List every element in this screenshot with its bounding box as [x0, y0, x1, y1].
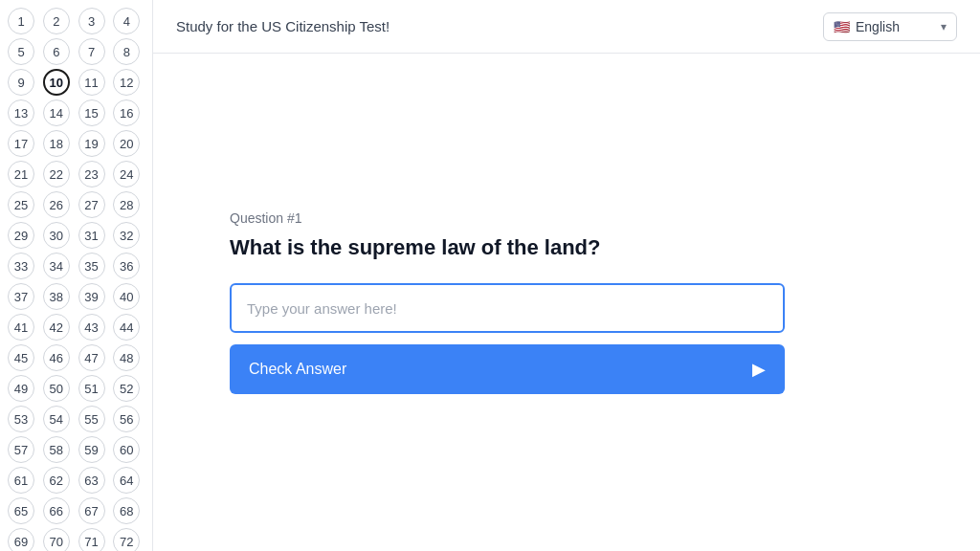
question-number-btn[interactable]: 19 — [78, 130, 105, 157]
question-number-btn[interactable]: 29 — [8, 222, 34, 249]
question-number-btn[interactable]: 39 — [78, 283, 105, 310]
question-number-btn[interactable]: 50 — [43, 375, 70, 402]
question-number-btn[interactable]: 71 — [78, 528, 105, 551]
question-sidebar: 1234567891011121314151617181920212223242… — [0, 0, 153, 551]
question-number-btn[interactable]: 15 — [78, 99, 105, 126]
question-number-btn[interactable]: 43 — [78, 314, 105, 341]
question-number-btn[interactable]: 10 — [43, 69, 70, 96]
question-number-btn[interactable]: 54 — [43, 406, 70, 432]
question-number-btn[interactable]: 17 — [8, 130, 34, 157]
answer-input[interactable] — [230, 283, 785, 333]
question-number-btn[interactable]: 33 — [8, 253, 34, 279]
question-number-btn[interactable]: 53 — [8, 406, 34, 432]
question-number-btn[interactable]: 25 — [8, 191, 34, 218]
chevron-down-icon: ▾ — [941, 20, 947, 33]
question-number-btn[interactable]: 12 — [113, 69, 140, 96]
question-number-btn[interactable]: 66 — [43, 497, 70, 524]
question-number-btn[interactable]: 18 — [43, 130, 70, 157]
question-number-btn[interactable]: 68 — [113, 497, 140, 524]
question-number-btn[interactable]: 63 — [78, 467, 105, 494]
question-number-btn[interactable]: 35 — [78, 253, 105, 279]
question-number-btn[interactable]: 32 — [113, 222, 140, 249]
question-number-btn[interactable]: 28 — [113, 191, 140, 218]
question-number-btn[interactable]: 24 — [113, 161, 140, 187]
question-number-btn[interactable]: 27 — [78, 191, 105, 218]
question-number-btn[interactable]: 46 — [43, 344, 70, 371]
question-number-btn[interactable]: 2 — [43, 8, 70, 34]
question-number-btn[interactable]: 58 — [43, 436, 70, 463]
question-number-btn[interactable]: 65 — [8, 497, 34, 524]
question-number-btn[interactable]: 56 — [113, 406, 140, 432]
play-icon: ▶ — [752, 359, 766, 380]
question-number-btn[interactable]: 5 — [8, 38, 34, 65]
question-number-btn[interactable]: 9 — [8, 69, 34, 96]
main-content: Study for the US Citizenship Test! 🇺🇸 En… — [153, 0, 980, 551]
question-label: Question #1 — [230, 210, 302, 226]
question-number-btn[interactable]: 34 — [43, 253, 70, 279]
question-number-btn[interactable]: 26 — [43, 191, 70, 218]
question-number-btn[interactable]: 8 — [113, 38, 140, 65]
question-number-btn[interactable]: 11 — [78, 69, 105, 96]
question-number-btn[interactable]: 62 — [43, 467, 70, 494]
check-answer-button[interactable]: Check Answer ▶ — [230, 344, 785, 394]
question-number-btn[interactable]: 64 — [113, 467, 140, 494]
question-number-btn[interactable]: 40 — [113, 283, 140, 310]
question-number-btn[interactable]: 7 — [78, 38, 105, 65]
question-number-btn[interactable]: 4 — [113, 8, 140, 34]
question-number-btn[interactable]: 1 — [8, 8, 34, 34]
question-number-btn[interactable]: 6 — [43, 38, 70, 65]
question-number-btn[interactable]: 38 — [43, 283, 70, 310]
question-number-btn[interactable]: 3 — [78, 8, 105, 34]
question-number-btn[interactable]: 37 — [8, 283, 34, 310]
question-number-btn[interactable]: 59 — [78, 436, 105, 463]
question-number-btn[interactable]: 20 — [113, 130, 140, 157]
question-content: Question #1 What is the supreme law of t… — [153, 54, 980, 551]
question-number-btn[interactable]: 48 — [113, 344, 140, 371]
question-text: What is the supreme law of the land? — [230, 235, 601, 260]
question-number-btn[interactable]: 41 — [8, 314, 34, 341]
question-number-btn[interactable]: 42 — [43, 314, 70, 341]
question-number-btn[interactable]: 51 — [78, 375, 105, 402]
check-answer-label: Check Answer — [249, 361, 346, 378]
flag-icon: 🇺🇸 — [834, 19, 850, 34]
language-selector[interactable]: 🇺🇸 English ▾ — [823, 12, 957, 41]
app-title: Study for the US Citizenship Test! — [176, 18, 390, 34]
question-number-btn[interactable]: 14 — [43, 99, 70, 126]
question-number-btn[interactable]: 60 — [113, 436, 140, 463]
question-number-btn[interactable]: 22 — [43, 161, 70, 187]
question-number-btn[interactable]: 16 — [113, 99, 140, 126]
question-number-btn[interactable]: 57 — [8, 436, 34, 463]
question-number-grid: 1234567891011121314151617181920212223242… — [8, 8, 145, 551]
question-number-btn[interactable]: 72 — [113, 528, 140, 551]
language-label: English — [856, 19, 900, 34]
question-number-btn[interactable]: 13 — [8, 99, 34, 126]
question-number-btn[interactable]: 45 — [8, 344, 34, 371]
app-header: Study for the US Citizenship Test! 🇺🇸 En… — [153, 0, 980, 54]
question-number-btn[interactable]: 55 — [78, 406, 105, 432]
question-number-btn[interactable]: 21 — [8, 161, 34, 187]
question-number-btn[interactable]: 61 — [8, 467, 34, 494]
question-number-btn[interactable]: 44 — [113, 314, 140, 341]
question-number-btn[interactable]: 70 — [43, 528, 70, 551]
question-number-btn[interactable]: 47 — [78, 344, 105, 371]
question-number-btn[interactable]: 36 — [113, 253, 140, 279]
question-number-btn[interactable]: 52 — [113, 375, 140, 402]
question-number-btn[interactable]: 49 — [8, 375, 34, 402]
question-number-btn[interactable]: 31 — [78, 222, 105, 249]
question-number-btn[interactable]: 30 — [43, 222, 70, 249]
question-number-btn[interactable]: 67 — [78, 497, 105, 524]
question-number-btn[interactable]: 69 — [8, 528, 34, 551]
question-number-btn[interactable]: 23 — [78, 161, 105, 187]
